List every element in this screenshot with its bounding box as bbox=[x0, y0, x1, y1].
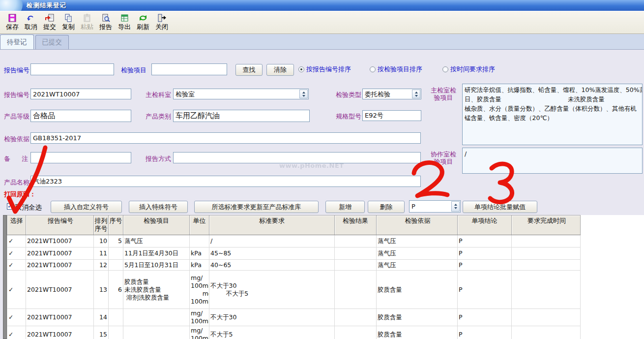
spec-input[interactable] bbox=[362, 110, 421, 121]
table-cell[interactable]: 14 bbox=[94, 309, 109, 326]
table-cell[interactable] bbox=[123, 309, 190, 326]
table-cell[interactable] bbox=[109, 247, 123, 260]
table-cell[interactable]: P bbox=[458, 309, 512, 326]
add-button[interactable]: 新增 bbox=[325, 201, 365, 213]
remark-input[interactable] bbox=[30, 152, 131, 163]
row-select-cell[interactable]: ✓ bbox=[7, 326, 26, 339]
conclusion-combo[interactable]: P bbox=[409, 200, 461, 213]
row-select-cell[interactable]: ✓ bbox=[7, 309, 26, 326]
row-select-cell[interactable]: ✓ bbox=[7, 247, 26, 260]
insert-custom-symbol-button[interactable]: 插入自定义符号 bbox=[51, 201, 122, 213]
table-cell[interactable]: 2021WT10007 bbox=[26, 309, 94, 326]
spinner-icon[interactable] bbox=[412, 90, 420, 98]
table-cell[interactable] bbox=[512, 326, 581, 339]
table-cell[interactable]: kPa bbox=[190, 247, 209, 260]
tab-submitted[interactable]: 已提交 bbox=[35, 35, 69, 49]
table-cell[interactable] bbox=[123, 326, 190, 339]
row-select-cell[interactable]: ✓ bbox=[7, 271, 26, 309]
product-name-input[interactable] bbox=[30, 176, 421, 187]
spinner-icon[interactable] bbox=[451, 201, 460, 212]
main-items-textarea[interactable]: 研究法辛烷值、抗爆指数、铅含量、馏程、10%蒸发温度、50%蒸 日、胶质含量 未… bbox=[462, 84, 643, 145]
report-no-input[interactable] bbox=[30, 89, 131, 99]
toolbar-button-submit[interactable]: 提交 bbox=[40, 11, 59, 33]
table-cell[interactable]: mg/ 100mL bbox=[190, 309, 209, 326]
table-cell[interactable]: 12 bbox=[94, 260, 109, 271]
table-cell[interactable]: 胶质含量 bbox=[377, 271, 458, 309]
table-cell[interactable]: mg/ 100mL mg/ 100mL bbox=[190, 271, 209, 309]
table-cell[interactable] bbox=[512, 247, 581, 260]
table-cell[interactable]: P bbox=[458, 326, 512, 339]
batch-assign-button[interactable]: 单项结论批量赋值 bbox=[463, 201, 537, 213]
table-cell[interactable]: 胶质含量 bbox=[377, 309, 458, 326]
table-cell[interactable]: 6 bbox=[109, 271, 123, 309]
table-cell[interactable]: 2021WT10007 bbox=[26, 235, 94, 247]
table-cell[interactable]: 胶质含量 bbox=[377, 326, 458, 339]
dept-combo[interactable]: 检验室 bbox=[173, 89, 309, 99]
table-cell[interactable]: 2021WT10007 bbox=[26, 271, 94, 309]
tab-pending[interactable]: 待登记 bbox=[0, 34, 34, 49]
basis-input[interactable] bbox=[30, 132, 421, 144]
table-cell[interactable] bbox=[335, 247, 377, 260]
table-cell[interactable] bbox=[512, 271, 581, 309]
row-select-cell[interactable]: ✓ bbox=[7, 235, 26, 247]
toolbar-button-refresh[interactable]: 刷新 bbox=[134, 11, 152, 33]
table-cell[interactable] bbox=[335, 235, 377, 247]
table-cell[interactable]: 2021WT10007 bbox=[26, 247, 94, 260]
table-cell[interactable]: 5 bbox=[109, 235, 123, 247]
table-cell[interactable]: 40~65 bbox=[209, 260, 335, 271]
table-cell[interactable]: kPa bbox=[190, 260, 209, 271]
table-cell[interactable]: P bbox=[458, 235, 512, 247]
table-cell[interactable]: P bbox=[458, 260, 512, 271]
table-cell[interactable] bbox=[335, 260, 377, 271]
radio-sort-by-report-no[interactable]: 按报告编号排序 bbox=[298, 65, 351, 74]
table-cell[interactable] bbox=[335, 271, 377, 309]
table-cell[interactable]: 13 bbox=[94, 271, 109, 309]
toolbar-button-save[interactable]: 保存 bbox=[3, 11, 22, 33]
table-cell[interactable]: 蒸气压 bbox=[377, 260, 458, 271]
search-item-input[interactable] bbox=[151, 63, 227, 75]
table-cell[interactable]: 蒸气压 bbox=[123, 235, 190, 247]
insert-special-symbol-button[interactable]: 插入特殊符号 bbox=[129, 201, 188, 213]
table-cell[interactable] bbox=[109, 260, 123, 271]
table-cell[interactable]: 不大于5 bbox=[209, 326, 335, 339]
table-cell[interactable] bbox=[109, 326, 123, 339]
table-cell[interactable]: 11 bbox=[94, 247, 109, 260]
table-cell[interactable] bbox=[512, 260, 581, 271]
table-cell[interactable]: 15 bbox=[94, 326, 109, 339]
toolbar-button-close[interactable]: 关闭 bbox=[152, 11, 171, 33]
category-input[interactable] bbox=[173, 110, 310, 122]
toolbar-button-export[interactable]: 导出 bbox=[115, 11, 134, 33]
clear-button[interactable]: 清除 bbox=[266, 64, 294, 76]
spinner-icon[interactable] bbox=[299, 90, 308, 98]
radio-sort-by-item[interactable]: 按检验项目排序 bbox=[370, 65, 422, 74]
table-cell[interactable]: 胶质含量 未洗胶质含量 溶剂洗胶质含量 bbox=[123, 271, 190, 309]
table-cell[interactable]: P bbox=[458, 271, 512, 309]
table-cell[interactable]: 5月1日至10月31日 bbox=[123, 260, 190, 271]
table-cell[interactable]: P bbox=[458, 247, 512, 260]
table-cell[interactable]: 10 bbox=[94, 235, 109, 247]
table-cell[interactable]: 11月1日至4月30日 bbox=[123, 247, 190, 260]
find-button[interactable]: 查找 bbox=[235, 64, 263, 76]
grade-input[interactable] bbox=[30, 110, 131, 122]
delete-button[interactable]: 删除 bbox=[368, 201, 405, 213]
search-report-no-input[interactable] bbox=[30, 63, 114, 75]
table-cell[interactable]: 45~85 bbox=[209, 247, 335, 260]
table-cell[interactable]: 2021WT10007 bbox=[26, 326, 94, 339]
table-cell[interactable]: 蒸气压 bbox=[377, 247, 458, 260]
radio-sort-by-time[interactable]: 按时间要求排序 bbox=[442, 65, 495, 74]
table-cell[interactable]: mg/ 100mL bbox=[190, 326, 209, 339]
table-cell[interactable] bbox=[190, 235, 209, 247]
table-cell[interactable] bbox=[512, 235, 581, 247]
table-cell[interactable] bbox=[109, 309, 123, 326]
table-cell[interactable]: 蒸气压 bbox=[377, 235, 458, 247]
table-cell[interactable] bbox=[335, 309, 377, 326]
row-select-cell[interactable]: ✓ bbox=[7, 260, 26, 271]
toolbar-button-report[interactable]: 报告 bbox=[96, 11, 115, 33]
table-cell[interactable]: 不大于30 bbox=[209, 309, 335, 326]
table-cell[interactable]: / bbox=[209, 235, 335, 247]
coop-items-textarea[interactable]: / bbox=[462, 148, 643, 174]
table-cell[interactable] bbox=[512, 309, 581, 326]
table-cell[interactable]: 不大于30 不大于5 bbox=[209, 271, 335, 309]
toolbar-button-copy[interactable]: 复制 bbox=[59, 11, 78, 33]
type-combo[interactable]: 委托检验 bbox=[362, 89, 421, 99]
